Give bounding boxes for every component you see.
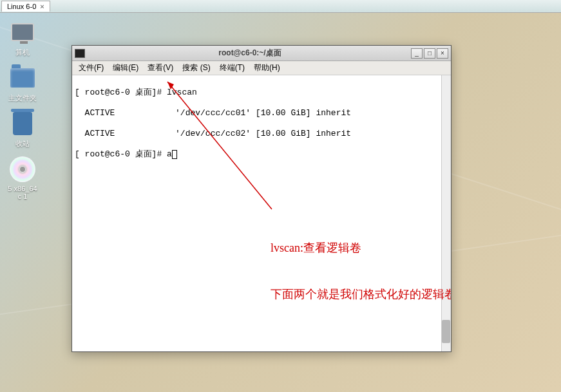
- vm-tab-label: Linux 6-0: [7, 3, 36, 10]
- menu-search[interactable]: 搜索 (S): [178, 61, 214, 75]
- annotation-text: lvscan:查看逻辑卷 下面两个就是我们格式化好的逻辑卷: [271, 209, 451, 333]
- menu-terminal[interactable]: 终端(T): [216, 61, 249, 75]
- menu-edit[interactable]: 编辑(E): [109, 61, 142, 75]
- minimize-button[interactable]: _: [411, 48, 423, 59]
- vm-tab-close-icon[interactable]: ×: [40, 3, 44, 10]
- computer-icon: [11, 23, 34, 41]
- terminal-window: root@c6-0:~/桌面 _ □ × 文件(F) 编辑(E) 查看(V) 搜…: [71, 45, 452, 352]
- desktop-icon-trash[interactable]: 收站: [1, 109, 44, 149]
- maximize-button[interactable]: □: [424, 48, 435, 59]
- cursor-icon: [172, 150, 177, 159]
- desktop-icon-label: 主文件夹: [1, 93, 44, 103]
- terminal-line: ACTIVE '/dev/ccc/cc02' [10.00 GiB] inher…: [75, 128, 448, 139]
- terminal-line: [ root@c6-0 桌面]# lvscan: [75, 87, 448, 98]
- vm-tab-bar: Linux 6-0 ×: [0, 0, 561, 13]
- folder-icon: [10, 68, 35, 88]
- dvd-icon: [10, 156, 35, 182]
- scroll-thumb[interactable]: [442, 320, 450, 343]
- terminal-line: [ root@c6-0 桌面]# a: [75, 149, 448, 160]
- close-button[interactable]: ×: [437, 48, 448, 59]
- window-title: root@c6-0:~/桌面: [90, 48, 410, 59]
- menu-file[interactable]: 文件(F): [75, 61, 108, 75]
- vm-tab[interactable]: Linux 6-0 ×: [1, 1, 50, 12]
- scrollbar[interactable]: [441, 75, 451, 351]
- titlebar[interactable]: root@c6-0:~/桌面 _ □ ×: [72, 46, 451, 61]
- terminal-icon: [75, 49, 85, 58]
- desktop-icon-label: 5 x86_64: [1, 185, 44, 192]
- desktop-icon-label: 算机: [1, 48, 44, 57]
- trash-icon: [13, 112, 32, 135]
- menubar: 文件(F) 编辑(E) 查看(V) 搜索 (S) 终端(T) 帮助(H): [72, 61, 451, 75]
- desktop-icon-label2: c 1: [1, 192, 44, 200]
- desktop-icon-home[interactable]: 主文件夹: [1, 64, 44, 103]
- terminal-prompt: [ root@c6-0 桌面]# a: [75, 149, 172, 159]
- terminal-body[interactable]: [ root@c6-0 桌面]# lvscan ACTIVE '/dev/ccc…: [72, 75, 451, 351]
- annotation-line1: lvscan:查看逻辑卷: [271, 240, 451, 256]
- desktop-icon-label: 收站: [1, 139, 44, 149]
- desktop-icon-computer[interactable]: 算机: [1, 18, 44, 57]
- annotation-line2: 下面两个就是我们格式化好的逻辑卷: [271, 286, 451, 302]
- terminal-line: ACTIVE '/dev/ccc/cc01' [10.00 GiB] inher…: [75, 107, 448, 118]
- desktop-icons: 算机 主文件夹 收站 5 x86_64 c 1: [1, 18, 44, 207]
- menu-view[interactable]: 查看(V): [144, 61, 177, 75]
- svg-line-0: [167, 82, 272, 209]
- menu-help[interactable]: 帮助(H): [250, 61, 284, 75]
- desktop-icon-dvd[interactable]: 5 x86_64 c 1: [1, 155, 44, 200]
